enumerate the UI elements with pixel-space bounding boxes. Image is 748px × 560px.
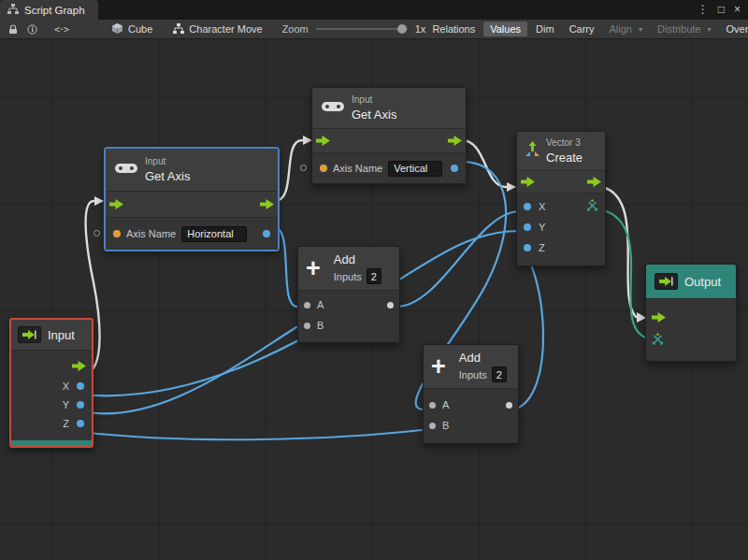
axis-name-input[interactable] xyxy=(388,161,442,177)
input-port-y[interactable] xyxy=(524,223,531,231)
port-row-b: B xyxy=(298,315,399,336)
output-arrow-icon xyxy=(654,273,678,290)
zoom-control: Zoom 1x xyxy=(282,23,426,35)
target-object-button[interactable]: Cube xyxy=(105,21,159,38)
port-label: X xyxy=(63,381,69,392)
distribute-label: Distribute xyxy=(657,23,700,35)
node-add-top[interactable]: + Add Inputs A B xyxy=(297,246,400,343)
trigger-out-port[interactable] xyxy=(260,196,274,213)
node-title: Get Axis xyxy=(145,169,190,183)
vector3-in-port[interactable] xyxy=(652,332,664,349)
script-asset-icon xyxy=(173,23,184,36)
trigger-in-port[interactable] xyxy=(109,196,123,213)
port-label: Y xyxy=(539,222,545,233)
output-port-x[interactable] xyxy=(77,382,84,390)
wire-vector3-to-output[interactable] xyxy=(602,187,636,317)
trigger-out-port[interactable] xyxy=(448,133,462,150)
input-port-a[interactable] xyxy=(429,402,436,409)
sum-out-port[interactable] xyxy=(506,402,512,409)
maximize-icon[interactable]: □ xyxy=(718,0,725,20)
trigger-row xyxy=(106,192,278,218)
trigger-in-port[interactable] xyxy=(316,133,330,150)
wire-getaxis-vertical-to-vector3[interactable] xyxy=(462,140,506,187)
input-port-b[interactable] xyxy=(429,423,436,429)
input-port-x[interactable] xyxy=(524,203,531,210)
float-out-port[interactable] xyxy=(263,230,270,237)
overview-button[interactable]: Overv xyxy=(719,22,748,36)
info-icon[interactable] xyxy=(22,20,42,38)
output-port-z[interactable] xyxy=(77,420,84,427)
sum-out-port[interactable] xyxy=(387,302,394,309)
node-add-bottom[interactable]: + Add Inputs A B xyxy=(423,344,519,444)
node-title: Add xyxy=(334,252,381,266)
node-output[interactable]: Output xyxy=(645,264,737,362)
values-button[interactable]: Values xyxy=(483,22,527,36)
distribute-dropdown[interactable]: Distribute▾ xyxy=(651,22,717,36)
plus-icon: + xyxy=(306,257,321,280)
relations-button[interactable]: Relations xyxy=(425,22,482,36)
float-out-port[interactable] xyxy=(451,165,458,172)
axis-name-input[interactable] xyxy=(181,226,247,242)
script-graph-icon xyxy=(7,4,19,16)
port-row-a: A xyxy=(298,294,399,315)
node-header: Input Get Axis xyxy=(312,88,466,129)
tab-script-graph[interactable]: Script Graph xyxy=(0,0,98,20)
vector3-out-port[interactable] xyxy=(586,198,598,215)
node-get-axis-vertical[interactable]: Input Get Axis Axis Name xyxy=(311,87,467,184)
wire-vector3-result-to-output[interactable] xyxy=(600,209,645,337)
node-header: + Add Inputs xyxy=(424,345,518,389)
axis-name-row: Axis Name xyxy=(106,218,278,250)
script-asset-button[interactable]: Character Move xyxy=(166,22,268,37)
port-label: Z xyxy=(539,242,545,253)
menu-kebab-icon[interactable]: ⋮ xyxy=(698,0,709,20)
inputs-count-field[interactable] xyxy=(492,366,507,382)
node-header: Input Get Axis xyxy=(106,149,278,192)
trigger-in-port[interactable] xyxy=(652,309,666,326)
graph-canvas[interactable]: Input Get Axis Axis Name xyxy=(0,39,748,560)
node-category: Input xyxy=(145,156,190,167)
node-get-axis-horizontal[interactable]: Input Get Axis Axis Name xyxy=(105,148,279,251)
wire-arrowhead xyxy=(507,182,516,192)
axis-name-row: Axis Name xyxy=(312,153,466,183)
param-label: Axis Name xyxy=(126,228,176,239)
port-label: Z xyxy=(63,418,69,429)
align-label: Align xyxy=(610,23,632,35)
dim-button[interactable]: Dim xyxy=(529,22,561,36)
node-vector3-create[interactable]: Vector 3 Create X Y xyxy=(516,131,606,266)
window-controls: ⋮ □ × xyxy=(698,0,748,20)
port-row-b: B xyxy=(424,415,518,436)
inputs-count-field[interactable] xyxy=(367,268,381,284)
align-dropdown[interactable]: Align▾ xyxy=(603,22,649,36)
zoom-slider[interactable] xyxy=(316,28,408,30)
wire-input-z-to-add2-b[interactable] xyxy=(80,430,422,439)
string-port[interactable] xyxy=(320,165,327,172)
code-view-icon[interactable]: <·> xyxy=(50,20,73,38)
node-header: Vector 3 Create xyxy=(517,132,605,171)
input-port-b[interactable] xyxy=(304,323,310,329)
close-icon[interactable]: × xyxy=(734,0,741,20)
node-title: Get Axis xyxy=(352,108,396,122)
carry-button[interactable]: Carry xyxy=(563,22,601,36)
input-port-a[interactable] xyxy=(304,302,310,309)
node-input[interactable]: Input X Y Z xyxy=(9,318,94,448)
string-port[interactable] xyxy=(113,230,121,237)
trigger-out-port[interactable] xyxy=(72,358,86,375)
wire-add1-to-vector3-x[interactable] xyxy=(396,211,520,307)
trigger-row xyxy=(517,171,605,194)
param-label: Axis Name xyxy=(333,163,382,174)
port-label: B xyxy=(442,420,449,431)
zoom-slider-handle[interactable] xyxy=(397,24,407,34)
trigger-out-port[interactable] xyxy=(587,174,601,191)
input-arrow-icon xyxy=(18,326,41,343)
output-port-y[interactable] xyxy=(77,401,84,409)
input-port-z[interactable] xyxy=(524,244,531,251)
lock-icon[interactable] xyxy=(4,20,22,38)
port-label: Y xyxy=(63,399,69,410)
wire-getaxis-horizontal-to-getaxis-vertical[interactable] xyxy=(275,140,302,201)
wire-input-y-to-add1-b[interactable] xyxy=(80,327,296,413)
tab-bar: Script Graph ⋮ □ × xyxy=(0,0,748,20)
trigger-in-port[interactable] xyxy=(521,174,535,191)
trigger-in-row xyxy=(646,307,736,329)
node-category: Vector 3 xyxy=(546,137,583,149)
port-label: X xyxy=(539,201,545,212)
